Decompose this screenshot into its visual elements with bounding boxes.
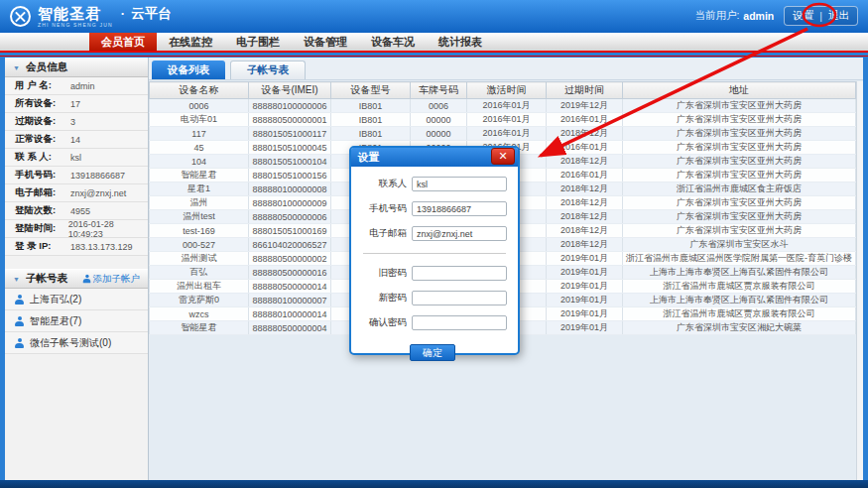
modal-contact-row: 手机号码 [355,201,510,216]
table-cell: 广东省深圳市宝安区亚州大药房 [623,210,856,224]
table-cell: 888880100000006 [249,99,331,113]
logout-button[interactable]: 退出 [828,9,849,23]
modal-contact-label: 电子邮箱 [355,227,407,240]
table-cell: 888015051000104 [249,155,331,169]
user-icon [15,316,24,326]
modal-password-row: 确认密码 [355,315,510,330]
table-column-header[interactable]: 设备号(IMEI) [249,82,331,99]
member-field-row: 过期设备:3 [5,113,148,131]
brand-subtitle: ZHI NENG SHENG JUN [38,23,113,28]
table-cell: 000-527 [150,238,249,252]
table-column-header[interactable]: 设备型号 [331,82,411,99]
brand-title: 智能圣君 [38,6,113,21]
confirm-button[interactable]: 确定 [410,344,455,361]
table-cell: 广东省深圳市宝安区亚州大药房 [623,169,856,183]
table-cell: 2019年01月 [547,321,623,335]
sub-accounts-header[interactable]: ▼ 子帐号表 添加子帐户 [5,269,148,289]
table-cell: 2019年01月 [547,307,623,321]
member-field-label: 所有设备: [15,97,70,110]
table-column-header[interactable]: 过期时间 [547,82,623,99]
bottom-frame [0,480,868,488]
modal-contact-input[interactable] [412,201,507,216]
table-cell: 温州测试 [150,252,249,266]
brand-separator: · [121,6,125,21]
table-cell: 温州test [150,210,249,224]
member-field-row: 登 录 IP:183.13.173.129 [5,238,148,256]
nav-item[interactable]: 电子围栏 [224,33,292,51]
table-row[interactable]: 117888015051000117IB801000002016年01月2018… [150,127,856,141]
member-field-value: 17 [70,99,80,109]
sub-account-label: 上海百弘(2) [30,293,81,306]
tab-sub-accounts[interactable]: 子帐号表 [230,61,306,79]
sub-account-item[interactable]: 上海百弘(2) [5,289,148,310]
actions-divider: | [819,10,822,22]
member-field-row: 联 系 人:ksl [5,149,148,167]
table-cell: 雷克萨斯0 [150,294,249,307]
table-cell: 888880500000006 [249,210,331,224]
brand-circle-x-icon [10,6,31,27]
table-cell: 2016年01月 [467,127,547,141]
table-cell: 888880100000009 [249,196,331,210]
member-field-value: admin [70,81,95,91]
settings-button[interactable]: 设置 [793,9,813,23]
modal-password-input[interactable] [412,315,507,330]
table-row[interactable]: 0006888880100000006IB80100062016年01月2019… [150,99,856,113]
add-sub-account-button[interactable]: 添加子帐户 [82,273,141,286]
table-row[interactable]: 电动车01888880500000001IB801000002016年01月20… [150,113,856,127]
table-cell: 广东省深圳市宝安区亚州大药房 [623,155,856,169]
nav-item[interactable]: 统计报表 [427,33,494,51]
nav-item[interactable]: 设备管理 [292,33,359,51]
member-field-value: 14 [70,135,80,145]
member-field-label: 登陆次数: [15,204,70,217]
member-field-value: znxj@znxj.net [70,188,126,198]
table-cell: 888880500000002 [249,252,331,266]
modal-password-row: 新密码 [355,291,510,305]
table-column-header[interactable]: 激活时间 [467,82,547,99]
member-field-label: 联 系 人: [15,151,70,164]
modal-password-input[interactable] [412,291,507,305]
tab-device-list[interactable]: 设备列表 [152,61,225,79]
table-cell: 广东省深圳市宝安区亚州大药房 [623,113,856,127]
table-cell: 广东省深圳市宝安区亚州大药房 [623,196,856,210]
sub-account-item[interactable]: 微信子帐号测试(0) [5,332,148,354]
scrollbar-track[interactable] [856,81,863,480]
close-icon[interactable]: ✕ [491,148,515,165]
nav-item[interactable]: 设备车况 [359,33,427,51]
triangle-down-icon: ▼ [13,276,20,283]
table-cell: 广东省深圳市宝安区亚州大药房 [623,224,856,238]
table-cell: 2016年01月 [547,113,623,127]
table-cell: IB801 [331,113,411,127]
modal-contact-input[interactable] [412,177,507,191]
nav-item[interactable]: 会员首页 [89,33,157,51]
modal-contact-row: 电子邮箱 [355,226,510,241]
member-field-label: 过期设备: [15,115,70,128]
modal-password-row: 旧密码 [355,266,510,281]
current-user-value: admin [743,10,774,22]
member-info-title: 会员信息 [26,61,140,74]
table-cell: 2018年12月 [547,224,623,238]
table-cell: 2018年12月 [547,238,623,252]
modal-contact-input[interactable] [412,226,507,241]
table-cell: 888015051000156 [249,169,331,183]
nav-item[interactable]: 在线监控 [157,33,224,51]
table-cell: 浙江省温州市鹿城区温州医学院附属第一医院-育英门诊楼 [623,252,856,266]
modal-password-input[interactable] [412,266,507,281]
table-cell: IB801 [331,127,411,141]
table-cell: 智能星君 [150,321,249,335]
table-cell: 2019年01月 [547,280,623,294]
table-cell: 2018年12月 [547,196,623,210]
table-cell: test-169 [150,224,249,238]
settings-modal-body: 联系人手机号码电子邮箱 旧密码新密码确认密码 确定 [351,167,518,361]
table-cell: 上海市上海市奉贤区上海百弘紧固件有限公司 [623,294,856,307]
triangle-down-icon: ▼ [13,64,20,71]
table-column-header[interactable]: 设备名称 [150,82,249,99]
table-column-header[interactable]: 车牌号码 [411,82,467,99]
table-cell: 星君1 [150,183,249,196]
table-cell: 0006 [411,99,467,113]
sub-account-item[interactable]: 智能星君(7) [5,310,148,332]
member-field-label: 登 录 IP: [15,240,70,253]
member-info-header[interactable]: ▼ 会员信息 [5,58,148,77]
main-nav: 会员首页在线监控电子围栏设备管理设备车况统计报表 [0,33,868,53]
table-cell: 00000 [411,127,467,141]
table-column-header[interactable]: 地址 [623,82,856,99]
